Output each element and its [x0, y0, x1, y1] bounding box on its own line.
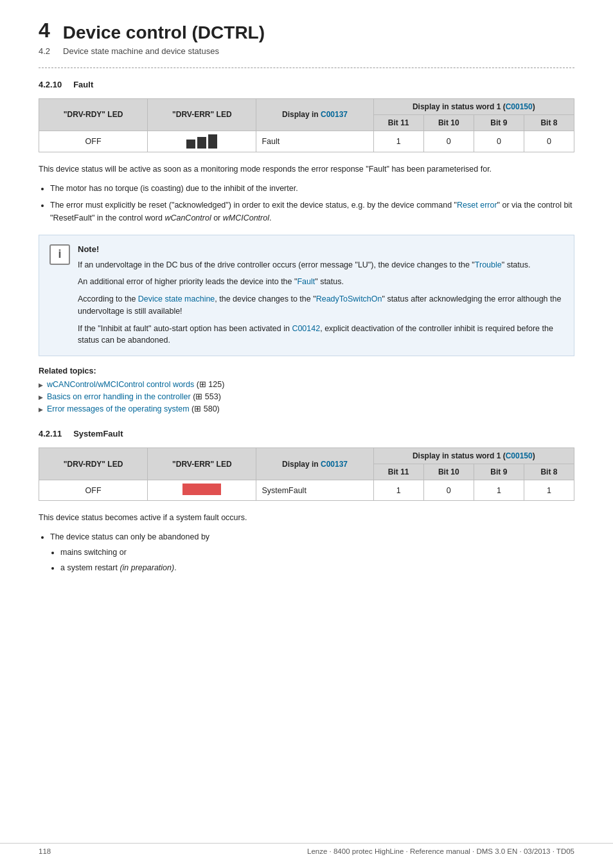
link-c00137[interactable]: C00137 — [321, 110, 348, 119]
cell-bit10-2: 0 — [423, 480, 474, 501]
ref-2: (⊞ 553) — [193, 392, 221, 401]
systemfault-table-row: OFF SystemFault 1 0 1 1 — [39, 480, 574, 501]
page-footer: 118 Lenze · 8400 protec HighLine · Refer… — [0, 843, 613, 855]
info-icon: i — [49, 244, 70, 265]
note-para-3: According to the Device state machine, t… — [78, 293, 564, 318]
link-c00137-2[interactable]: C00137 — [321, 460, 348, 469]
bullet-2: The error must explicitly be reset ("ack… — [50, 199, 574, 224]
th-bit9-2: Bit 9 — [474, 464, 524, 480]
link-wcancontrol[interactable]: wCANControl/wMCIControl control words — [47, 380, 194, 389]
cell-drv-rdy: OFF — [39, 131, 148, 152]
link-reset-error[interactable]: Reset error — [457, 201, 497, 210]
led-bar-2 — [197, 137, 206, 149]
note-para-2: An additional error of higher priority l… — [78, 276, 564, 288]
cell-drv-rdy-2: OFF — [39, 480, 148, 501]
led-solid — [182, 484, 221, 495]
chapter-number: 4 — [39, 19, 50, 42]
fault-table-row: OFF Fault 1 0 0 0 — [39, 131, 574, 152]
cell-bit10: 0 — [423, 131, 474, 152]
related-link-2: Basics on error handling in the controll… — [39, 392, 574, 401]
sub-bullets: mains switching or a system restart (in … — [60, 546, 574, 574]
th-bit9: Bit 9 — [474, 114, 524, 131]
chapter-title: Device control (DCTRL) — [63, 19, 265, 44]
th-drv-rdy-2: "DRV-RDY" LED — [39, 448, 148, 480]
systemfault-bullets: The device status can only be abandoned … — [50, 530, 574, 574]
th-drv-err-2: "DRV-ERR" LED — [148, 448, 256, 480]
sub-chapter: 4.2 Device state machine and device stat… — [39, 46, 574, 56]
cell-bit11-2: 1 — [373, 480, 423, 501]
th-drv-err: "DRV-ERR" LED — [148, 98, 256, 131]
th-display: Display in C00137 — [256, 98, 373, 131]
note-content: Note! If an undervoltage in the DC bus o… — [78, 244, 564, 347]
section-number-4210: 4.2.10 — [39, 80, 62, 89]
page: 4 Device control (DCTRL) 4.2 Device stat… — [0, 0, 613, 606]
th-bit8-2: Bit 8 — [524, 464, 574, 480]
related-link-3: Error messages of the operating system (… — [39, 404, 574, 413]
th-status-group: Display in status word 1 (C00150) — [373, 98, 574, 114]
cell-drv-err — [148, 131, 256, 152]
fault-bullets: The motor has no torque (is coasting) du… — [50, 182, 574, 224]
sub-bullet-1: mains switching or — [60, 546, 574, 559]
link-error-messages[interactable]: Error messages of the operating system — [47, 404, 190, 413]
led-bars — [153, 134, 251, 149]
section-title-4211: SystemFault — [73, 429, 123, 439]
systemfault-table: "DRV-RDY" LED "DRV-ERR" LED Display in C… — [39, 448, 574, 501]
th-bit11: Bit 11 — [373, 114, 423, 131]
cell-bit9-2: 1 — [474, 480, 524, 501]
cell-bit9: 0 — [474, 131, 524, 152]
th-bit10-2: Bit 10 — [423, 464, 474, 480]
related-link-1: wCANControl/wMCIControl control words (⊞… — [39, 379, 574, 389]
link-c00150[interactable]: C00150 — [506, 102, 533, 111]
cell-display-2: SystemFault — [256, 480, 373, 501]
cell-display: Fault — [256, 131, 373, 152]
cell-bit8-2: 1 — [524, 480, 574, 501]
page-number: 118 — [39, 847, 51, 855]
sub-bullet-2: a system restart (in preparation). — [60, 561, 574, 574]
section-4210: 4.2.10 Fault "DRV-RDY" LED "DRV-ERR" LED… — [39, 80, 574, 414]
bullet-1: The motor has no torque (is coasting) du… — [50, 182, 574, 195]
section-4211-heading-row: 4.2.11 SystemFault — [39, 429, 574, 439]
bullet-abandoned: The device status can only be abandoned … — [50, 530, 574, 574]
led-bar-1 — [186, 140, 195, 149]
link-basics-error[interactable]: Basics on error handling in the controll… — [47, 392, 191, 401]
sub-chapter-title: Device state machine and device statuses — [63, 46, 219, 56]
th-drv-rdy: "DRV-RDY" LED — [39, 98, 148, 131]
fault-table: "DRV-RDY" LED "DRV-ERR" LED Display in C… — [39, 98, 574, 152]
link-trouble[interactable]: Trouble — [475, 260, 502, 269]
link-c00150-2[interactable]: C00150 — [506, 451, 533, 460]
note-para-1: If an undervoltage in the DC bus of the … — [78, 259, 564, 271]
cell-bit8: 0 — [524, 131, 574, 152]
related-topics: Related topics: wCANControl/wMCIControl … — [39, 366, 574, 413]
link-ready-to-switch[interactable]: ReadyToSwitchOn — [316, 294, 382, 303]
fault-para1: This device status will be active as soo… — [39, 163, 574, 176]
section-4211: 4.2.11 SystemFault "DRV-RDY" LED "DRV-ER… — [39, 429, 574, 574]
divider — [39, 68, 574, 68]
th-bit11-2: Bit 11 — [373, 464, 423, 480]
section-heading-row: 4.2.10 Fault — [39, 80, 574, 89]
cell-bit11: 1 — [373, 131, 423, 152]
link-fault[interactable]: Fault — [297, 277, 315, 286]
manual-ref: Lenze · 8400 protec HighLine · Reference… — [307, 847, 574, 855]
related-topics-title: Related topics: — [39, 366, 574, 375]
th-bit10: Bit 10 — [423, 114, 474, 131]
link-c00142[interactable]: C00142 — [292, 324, 320, 333]
ref-1: (⊞ 125) — [197, 379, 225, 389]
section-title-4210: Fault — [73, 80, 93, 89]
note-box: i Note! If an undervoltage in the DC bus… — [39, 235, 574, 357]
note-title: Note! — [78, 244, 564, 254]
section-number-4211: 4.2.11 — [39, 429, 62, 439]
th-status-group-2: Display in status word 1 (C00150) — [373, 448, 574, 464]
header: 4 Device control (DCTRL) — [39, 19, 574, 44]
note-para-4: If the "Inhibit at fault" auto-start opt… — [78, 323, 564, 347]
led-bar-3 — [208, 134, 217, 149]
ref-3: (⊞ 580) — [191, 404, 220, 413]
link-device-sm[interactable]: Device state machine — [138, 294, 215, 303]
th-display-2: Display in C00137 — [256, 448, 373, 480]
cell-drv-err-2 — [148, 480, 256, 501]
sub-chapter-number: 4.2 — [39, 46, 50, 56]
th-bit8: Bit 8 — [524, 114, 574, 131]
systemfault-para1: This device status becomes active if a s… — [39, 511, 574, 524]
